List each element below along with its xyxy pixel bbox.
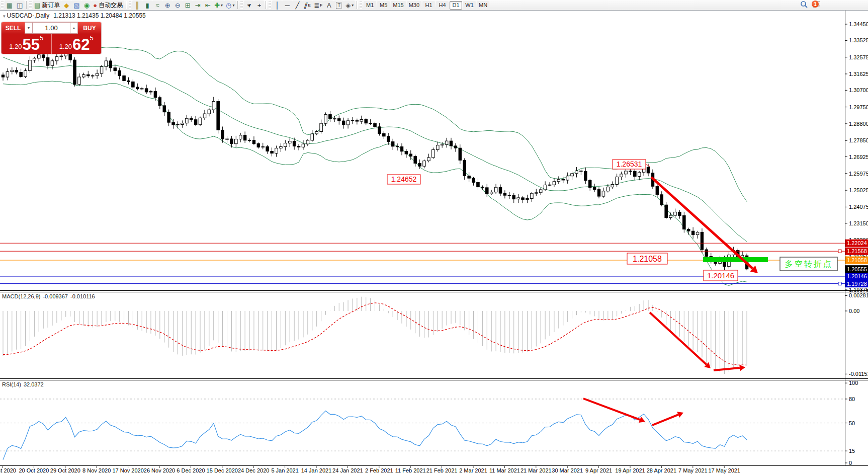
hline-handle[interactable]: [838, 282, 841, 285]
label-button[interactable]: T: [334, 1, 344, 10]
trade-panel-controls: SELL ▼ ▲ BUY: [2, 22, 101, 34]
fibonacci-button[interactable]: ≣F: [312, 1, 324, 10]
toolbar-separator: [266, 1, 266, 9]
periods-button[interactable]: ◷▾: [224, 1, 236, 10]
chevron-down-icon[interactable]: ▾: [232, 3, 234, 8]
turning-point-note[interactable]: 多空转折点: [780, 257, 837, 271]
time-tick-label: 5 Jan 2021: [271, 467, 298, 473]
chart-window-button[interactable]: ▦: [5, 1, 15, 10]
hline-handle[interactable]: [838, 250, 841, 253]
price-annotation-label[interactable]: 1.20146: [704, 270, 738, 281]
green-turning-zone-bar[interactable]: [703, 257, 768, 262]
price-tick-label: 1.33525: [849, 37, 868, 43]
candle: [96, 73, 99, 75]
volume-input[interactable]: [33, 22, 70, 34]
candle: [441, 144, 444, 145]
timeframe-w1-button[interactable]: W1: [463, 1, 476, 10]
sell-price[interactable]: 1.20 55 5: [2, 34, 51, 54]
time-tick-label: 26 Nov 2020: [144, 467, 175, 473]
price-tick-label: 1.32575: [849, 54, 868, 60]
search-icon[interactable]: [800, 1, 808, 10]
candle: [302, 144, 305, 147]
candle: [226, 139, 229, 139]
time-tick-label: 6 Dec 2020: [177, 467, 205, 473]
toolbar-drag-handle[interactable]: [1, 2, 4, 9]
tile-windows-button[interactable]: ⊞: [183, 1, 193, 10]
toolbar-drag-handle[interactable]: [29, 2, 32, 9]
new-order-button[interactable]: ▤新订单: [33, 1, 61, 10]
candle: [230, 139, 233, 144]
signals-button[interactable]: ◉: [81, 1, 92, 10]
print-preview-button[interactable]: ◫: [15, 1, 25, 10]
volume-decrement-button[interactable]: ▼: [25, 22, 33, 34]
text-button[interactable]: A: [324, 1, 334, 10]
candle: [477, 182, 480, 187]
time-tick-label: 2 Feb 2021: [365, 467, 393, 473]
timeframe-h1-button[interactable]: H1: [422, 1, 435, 10]
price-annotation-label[interactable]: 1.24652: [387, 175, 420, 184]
svg-text:1.21058: 1.21058: [847, 257, 867, 263]
macd-scale-label: 0.00: [849, 308, 859, 314]
candle: [409, 154, 412, 156]
buy-button[interactable]: BUY: [78, 22, 101, 34]
candle: [252, 140, 255, 144]
vline-button[interactable]: │: [272, 1, 282, 10]
shapes-button[interactable]: ◈▾: [344, 1, 355, 10]
chevron-down-icon[interactable]: ▾: [352, 3, 354, 8]
trendline-button[interactable]: ╱: [292, 1, 302, 10]
auto-scroll-button[interactable]: ⇥: [193, 1, 203, 10]
rsi-scale-label: 15: [849, 448, 855, 454]
price-tick-label: 1.25975: [849, 171, 868, 177]
chart-marker-icon: ▾: [3, 14, 6, 19]
price-tag-1.20146: 1.20146: [845, 273, 868, 280]
buy-price[interactable]: 1.20 62 5: [51, 34, 102, 54]
candle: [423, 161, 426, 167]
price-tick-label: 1.27850: [849, 137, 868, 143]
candle: [356, 120, 359, 121]
notification-badge[interactable]: 1: [812, 1, 819, 8]
bar-chart-button[interactable]: ║: [132, 1, 142, 10]
timeframe-m1-button[interactable]: M1: [364, 1, 376, 10]
chart-profile-button[interactable]: ▧: [71, 1, 81, 10]
timeframe-d1-button[interactable]: D1: [450, 1, 462, 10]
candle-chart-button[interactable]: ▮: [142, 1, 152, 10]
sell-button[interactable]: SELL: [2, 22, 25, 34]
chart-profile-icon: ▧: [73, 2, 79, 9]
autotrading-button[interactable]: ●自动交易: [92, 1, 124, 10]
price-tag-1.21058: 1.21058: [845, 257, 868, 264]
crosshair-button[interactable]: +: [254, 1, 264, 10]
price-annotation-label[interactable]: 1.26531: [613, 160, 646, 169]
line-chart-button[interactable]: ≈: [152, 1, 162, 10]
timeframe-mn-button[interactable]: MN: [477, 1, 489, 10]
chart-legend: ▾USDCAD-,Daily1.21313 1.21435 1.20484 1.…: [3, 12, 146, 19]
candle: [275, 148, 278, 153]
toolbar-drag-handle[interactable]: [240, 2, 243, 9]
timeframe-m5-button[interactable]: M5: [377, 1, 390, 10]
indicators-icon: ✚: [214, 2, 220, 9]
metaeditor-button[interactable]: ◆: [61, 1, 71, 10]
candle: [351, 120, 354, 121]
candle: [29, 60, 32, 71]
toolbar-drag-handle[interactable]: [360, 2, 362, 9]
toolbar-drag-handle[interactable]: [269, 2, 271, 9]
channel-button[interactable]: ∥E: [302, 1, 312, 10]
price-annotation-label[interactable]: 1.21058: [627, 253, 667, 264]
zoom-out-button[interactable]: ⊖: [172, 1, 183, 10]
toolbar-drag-handle[interactable]: [129, 2, 131, 9]
price-tick-label: 1.25025: [849, 187, 868, 193]
zoom-in-button[interactable]: ⊕: [162, 1, 172, 10]
chart-area[interactable]: 1.265311.246521.210581.20146多空转折点1.34450…: [0, 0, 868, 474]
chart-shift-icon: ⇤: [205, 2, 211, 9]
chevron-down-icon[interactable]: ▾: [221, 3, 223, 8]
price-tick-label: 1.28800: [849, 121, 868, 127]
chart-shift-button[interactable]: ⇤: [203, 1, 213, 10]
candle: [490, 192, 493, 194]
indicators-button[interactable]: ✚▾: [213, 1, 224, 10]
timeframe-m15-button[interactable]: M15: [391, 1, 405, 10]
timeframe-m30-button[interactable]: M30: [407, 1, 421, 10]
hline-button[interactable]: ─: [282, 1, 292, 10]
cursor-button[interactable]: ➤: [244, 1, 254, 10]
volume-increment-button[interactable]: ▲: [70, 22, 78, 34]
timeframe-h4-button[interactable]: H4: [436, 1, 449, 10]
time-tick-label: 14 Jan 2021: [301, 467, 332, 473]
